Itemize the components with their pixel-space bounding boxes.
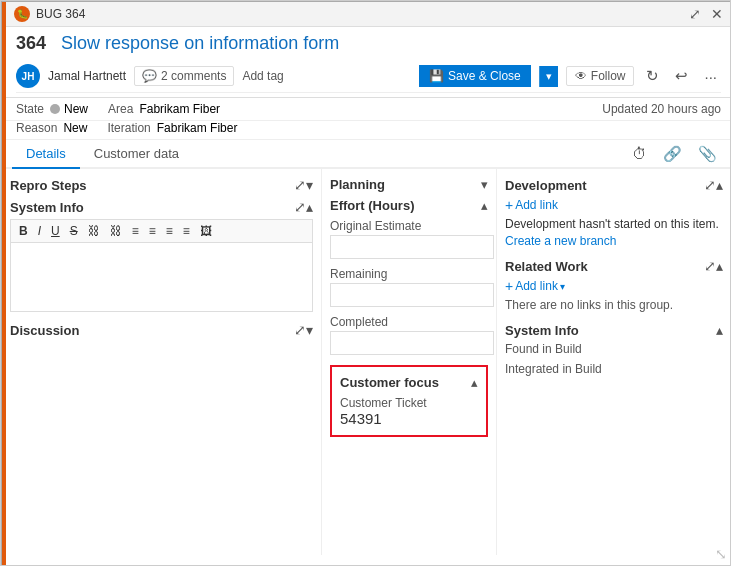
customer-focus-collapse[interactable]: ▴	[471, 375, 478, 390]
no-links-text: There are no links in this group.	[505, 298, 723, 312]
history-icon[interactable]: ⏱	[628, 141, 651, 166]
area-label: Area	[108, 102, 133, 116]
accent-bar	[2, 2, 6, 566]
area-value: Fabrikam Fiber	[139, 102, 220, 116]
plus-icon-dev: +	[505, 197, 513, 213]
add-link-related-button[interactable]: + Add link ▾	[505, 278, 565, 294]
comments-button[interactable]: 💬 2 comments	[134, 66, 234, 86]
state-field: State New	[16, 102, 88, 116]
completed-input[interactable]	[330, 331, 494, 355]
link-btn[interactable]: ⛓	[84, 223, 104, 239]
customer-focus-header: Customer focus ▴	[340, 375, 478, 390]
effort-label: Effort (Hours)	[330, 198, 415, 213]
related-work-header: Related Work ⤢ ▴	[505, 258, 723, 274]
save-close-label: Save & Close	[448, 69, 521, 83]
tabs-bar: Details Customer data ⏱ 🔗 📎	[2, 140, 731, 169]
effort-collapse[interactable]: ▴	[481, 198, 488, 213]
dev-collapse[interactable]: ▴	[716, 177, 723, 193]
image-btn[interactable]: 🖼	[196, 223, 216, 239]
completed-field: Completed	[330, 315, 488, 355]
planning-collapse[interactable]: ▾	[481, 177, 488, 192]
discussion-label: Discussion	[10, 323, 294, 338]
system-info-editor[interactable]	[10, 242, 313, 312]
state-value: New	[50, 102, 88, 116]
resize-handle[interactable]: ⤡	[715, 546, 727, 562]
comment-icon: 💬	[142, 69, 157, 83]
found-in-build-label: Found in Build	[505, 342, 723, 356]
ul-btn[interactable]: ≡	[128, 223, 143, 239]
planning-label: Planning	[330, 177, 385, 192]
discussion-collapse[interactable]: ▾	[306, 322, 313, 338]
strikethrough-btn[interactable]: S	[66, 223, 82, 239]
state-dot	[50, 104, 60, 114]
outdent-btn[interactable]: ≡	[179, 223, 194, 239]
work-item-title: 364 Slow response on information form	[16, 33, 721, 54]
dev-expand[interactable]: ⤢	[704, 177, 716, 193]
editor-toolbar: B I U S ⛓ ⛓ ≡ ≡ ≡ ≡ 🖼	[10, 219, 313, 242]
system-info-section-left: System Info ⤢ ▴	[10, 199, 313, 215]
development-label: Development	[505, 178, 587, 193]
close-button[interactable]: ✕	[711, 6, 723, 22]
repro-steps-expand[interactable]: ⤢	[294, 177, 306, 193]
bold-btn[interactable]: B	[15, 223, 32, 239]
original-estimate-input[interactable]	[330, 235, 494, 259]
content-area: Repro Steps ⤢ ▾ System Info ⤢ ▴ B I U S …	[2, 169, 731, 555]
dev-info-text: Development hasn't started on this item.	[505, 217, 723, 231]
repro-steps-label: Repro Steps	[10, 178, 294, 193]
related-expand[interactable]: ⤢	[704, 258, 716, 274]
save-icon: 💾	[429, 69, 444, 83]
sys-collapse[interactable]: ▴	[716, 322, 723, 338]
found-in-build-field: Found in Build	[505, 342, 723, 356]
more-button[interactable]: ···	[700, 66, 721, 87]
follow-button[interactable]: 👁 Follow	[566, 66, 635, 86]
repro-steps-collapse[interactable]: ▾	[306, 177, 313, 193]
add-link-dev-label: Add link	[515, 198, 558, 212]
customer-focus-label: Customer focus	[340, 375, 439, 390]
work-item-id: 364	[16, 33, 46, 53]
toolbar: JH Jamal Hartnett 💬 2 comments Add tag 💾…	[16, 60, 721, 93]
work-item-title-text: Slow response on information form	[61, 33, 339, 53]
add-tag-button[interactable]: Add tag	[242, 69, 283, 83]
related-collapse[interactable]: ▴	[716, 258, 723, 274]
undo-button[interactable]: ↩	[671, 65, 692, 87]
italic-btn[interactable]: I	[34, 223, 45, 239]
attach-icon[interactable]: 📎	[694, 141, 721, 167]
user-name: Jamal Hartnett	[48, 69, 126, 83]
underline-btn[interactable]: U	[47, 223, 64, 239]
add-link-dev-button[interactable]: + Add link	[505, 197, 558, 213]
save-dropdown-button[interactable]: ▾	[539, 66, 558, 87]
save-close-button[interactable]: 💾 Save & Close	[419, 65, 531, 87]
refresh-button[interactable]: ↻	[642, 65, 663, 87]
comment-count: 2 comments	[161, 69, 226, 83]
customer-ticket-label: Customer Ticket	[340, 396, 478, 410]
system-info-collapse[interactable]: ▴	[306, 199, 313, 215]
related-work-section: Related Work ⤢ ▴ + Add link ▾ There are …	[505, 258, 723, 312]
original-estimate-label: Original Estimate	[330, 219, 488, 233]
eye-icon: 👁	[575, 69, 587, 83]
link-icon[interactable]: 🔗	[659, 141, 686, 167]
tab-details[interactable]: Details	[12, 140, 80, 169]
completed-label: Completed	[330, 315, 488, 329]
meta-bar: State New Area Fabrikam Fiber Updated 20…	[2, 98, 731, 121]
left-panel: Repro Steps ⤢ ▾ System Info ⤢ ▴ B I U S …	[2, 169, 322, 555]
unlink-btn[interactable]: ⛓	[106, 223, 126, 239]
ol-btn[interactable]: ≡	[145, 223, 160, 239]
right-panel: Development ⤢ ▴ + Add link Development h…	[497, 169, 731, 555]
reason-value: New	[63, 121, 87, 135]
tab-customer-data[interactable]: Customer data	[80, 140, 193, 169]
remaining-field: Remaining	[330, 267, 488, 307]
expand-button[interactable]: ⤢	[689, 6, 701, 22]
updated-text: Updated 20 hours ago	[602, 102, 721, 116]
reason-field: Reason New	[16, 121, 87, 135]
integrated-in-build-label: Integrated in Build	[505, 362, 723, 376]
system-info-label-right: System Info	[505, 323, 579, 338]
remaining-label: Remaining	[330, 267, 488, 281]
remaining-input[interactable]	[330, 283, 494, 307]
system-info-expand[interactable]: ⤢	[294, 199, 306, 215]
reason-label: Reason	[16, 121, 57, 135]
indent-btn[interactable]: ≡	[162, 223, 177, 239]
iteration-field: Iteration Fabrikam Fiber	[107, 121, 237, 135]
discussion-expand[interactable]: ⤢	[294, 322, 306, 338]
integrated-in-build-field: Integrated in Build	[505, 362, 723, 376]
create-branch-link[interactable]: Create a new branch	[505, 234, 616, 248]
